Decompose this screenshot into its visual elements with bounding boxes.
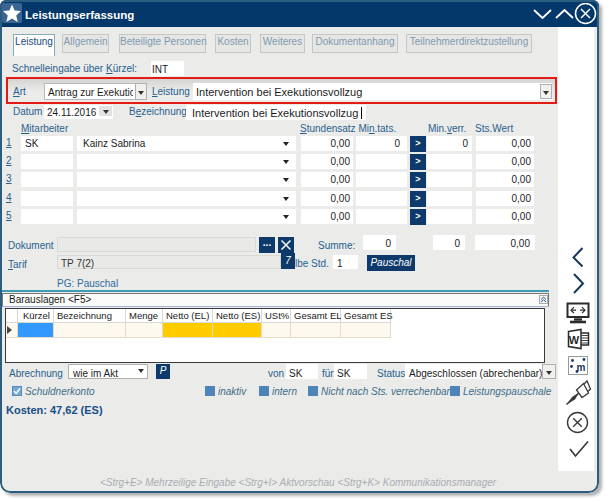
svg-text:m: m xyxy=(577,362,586,373)
svg-text:W: W xyxy=(569,334,580,346)
